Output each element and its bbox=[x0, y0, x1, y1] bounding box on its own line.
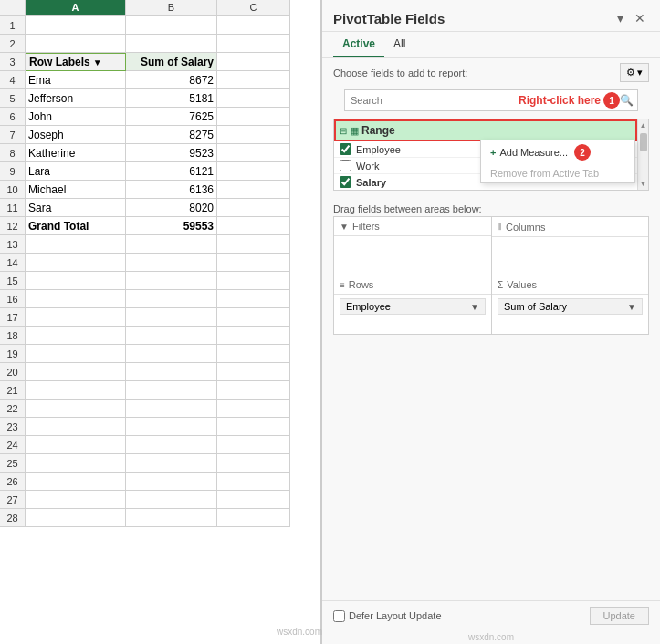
defer-text: Defer Layout Update bbox=[349, 610, 442, 621]
table-row: 19 bbox=[0, 345, 320, 363]
annotation-circle-1: 1 bbox=[603, 92, 620, 109]
scroll-thumb[interactable] bbox=[640, 133, 647, 151]
values-icon: Σ bbox=[498, 280, 503, 290]
table-row: 17 bbox=[0, 308, 320, 327]
table-row: 5 Jefferson 5181 bbox=[0, 89, 320, 108]
table-row: 24 bbox=[0, 436, 320, 454]
pivot-panel-chevron-button[interactable]: ▾ bbox=[613, 9, 627, 27]
cell-11a[interactable]: Sara bbox=[26, 199, 126, 217]
cell-5b[interactable]: 5181 bbox=[126, 89, 217, 108]
field-list-scrollbar[interactable]: ▲ ▼ bbox=[637, 119, 648, 190]
cell-4b[interactable]: 8672 bbox=[126, 71, 217, 89]
tab-all[interactable]: All bbox=[384, 32, 414, 57]
table-row: 14 bbox=[0, 254, 320, 272]
cell-7a[interactable]: Joseph bbox=[26, 126, 126, 144]
field-checkbox-work[interactable] bbox=[340, 160, 351, 171]
drag-zone-rows[interactable]: ≡ Rows Employee ▼ bbox=[333, 275, 491, 335]
update-button[interactable]: Update bbox=[590, 607, 649, 625]
context-menu-add-measure[interactable]: + Add Measure... 2 bbox=[481, 140, 634, 164]
cell-9b[interactable]: 6121 bbox=[126, 162, 217, 181]
scroll-up-arrow[interactable]: ▲ bbox=[638, 119, 649, 131]
cell-8c[interactable] bbox=[217, 144, 290, 162]
cell-1b[interactable] bbox=[126, 16, 217, 35]
row-num: 12 bbox=[0, 217, 26, 235]
cell-11c[interactable] bbox=[217, 199, 290, 217]
table-row: 22 bbox=[0, 400, 320, 418]
cell-7c[interactable] bbox=[217, 126, 290, 144]
drag-zone-filters[interactable]: ▼ Filters bbox=[333, 216, 491, 275]
tab-active[interactable]: Active bbox=[333, 32, 384, 57]
row-labels-text: Row Labels bbox=[29, 56, 90, 68]
row-num: 2 bbox=[0, 35, 26, 53]
cell-8b[interactable]: 9523 bbox=[126, 144, 217, 162]
cell-3c[interactable] bbox=[217, 53, 290, 71]
cell-10c[interactable] bbox=[217, 181, 290, 199]
values-chip-salary[interactable]: Sum of Salary ▼ bbox=[498, 298, 643, 315]
row-num: 4 bbox=[0, 71, 26, 89]
settings-button[interactable]: ⚙ ▾ bbox=[620, 63, 649, 82]
cell-2c[interactable] bbox=[217, 35, 290, 53]
sum-salary-header[interactable]: Sum of Salary bbox=[126, 53, 217, 71]
cell-6b[interactable]: 7625 bbox=[126, 108, 217, 126]
expand-icon: ⊟ bbox=[340, 126, 347, 136]
row-num: 6 bbox=[0, 108, 26, 126]
cell-4a[interactable]: Ema bbox=[26, 71, 126, 89]
defer-label-container: Defer Layout Update bbox=[333, 610, 442, 622]
table-row: 3 Row Labels ▼ Sum of Salary bbox=[0, 53, 320, 71]
col-header-b: B bbox=[126, 0, 217, 16]
cell-6c[interactable] bbox=[217, 108, 290, 126]
table-row: 15 bbox=[0, 272, 320, 290]
drag-zone-values-header: Σ Values bbox=[492, 275, 648, 295]
spreadsheet: A B C 1 2 3 Row Labels ▼ Sum of Salary 4… bbox=[0, 0, 321, 644]
cell-1c[interactable] bbox=[217, 16, 290, 35]
search-icon-button[interactable]: 🔍 bbox=[620, 94, 634, 107]
field-checkbox-employee[interactable] bbox=[340, 143, 351, 155]
settings-dropdown-icon: ▾ bbox=[637, 67, 643, 78]
cell-9a[interactable]: Lara bbox=[26, 162, 126, 181]
context-menu: + Add Measure... 2 Remove from Active Ta… bbox=[480, 140, 635, 183]
cell-10a[interactable]: Michael bbox=[26, 181, 126, 199]
cell-9c[interactable] bbox=[217, 162, 290, 181]
dropdown-icon[interactable]: ▼ bbox=[93, 57, 102, 68]
table-row: 12 Grand Total 59553 bbox=[0, 217, 320, 235]
cell-12a[interactable]: Grand Total bbox=[26, 217, 126, 235]
add-measure-label: Add Measure... bbox=[499, 147, 568, 158]
field-group-range[interactable]: ⊟ ▦ Range + Add Measure... 2 Remove bbox=[334, 119, 637, 141]
values-chip-arrow[interactable]: ▼ bbox=[627, 302, 636, 312]
cell-8a[interactable]: Katherine bbox=[26, 144, 126, 162]
table-row: 23 bbox=[0, 418, 320, 436]
drag-zone-columns[interactable]: ⫴ Columns bbox=[491, 216, 649, 275]
defer-checkbox[interactable] bbox=[333, 610, 345, 622]
row-num: 9 bbox=[0, 162, 26, 181]
table-row: 4 Ema 8672 bbox=[0, 71, 320, 89]
cell-5c[interactable] bbox=[217, 89, 290, 108]
drag-zone-values[interactable]: Σ Values Sum of Salary ▼ bbox=[491, 275, 649, 335]
values-content: Sum of Salary ▼ bbox=[492, 295, 648, 320]
field-checkbox-salary[interactable] bbox=[340, 176, 351, 188]
table-row: 21 bbox=[0, 381, 320, 400]
search-row: Right-click here 1 🔍 bbox=[344, 89, 638, 111]
cell-1a[interactable] bbox=[26, 16, 126, 35]
cell-6a[interactable]: John bbox=[26, 108, 126, 126]
cell-2a[interactable] bbox=[26, 35, 126, 53]
rows-chip-employee[interactable]: Employee ▼ bbox=[340, 298, 486, 315]
cell-12b[interactable]: 59553 bbox=[126, 217, 217, 235]
cell-5a[interactable]: Jefferson bbox=[26, 89, 126, 108]
cell-2b[interactable] bbox=[126, 35, 217, 53]
choose-fields-label: Choose fields to add to report: bbox=[333, 68, 467, 78]
row-num: 5 bbox=[0, 89, 26, 108]
row-num: 11 bbox=[0, 199, 26, 217]
pivot-panel-close-button[interactable]: ✕ bbox=[631, 9, 649, 27]
row-labels-header[interactable]: Row Labels ▼ bbox=[26, 53, 126, 71]
cell-10b[interactable]: 6136 bbox=[126, 181, 217, 199]
filters-label: Filters bbox=[352, 221, 380, 232]
scroll-down-arrow[interactable]: ▼ bbox=[638, 178, 649, 190]
rows-content: Employee ▼ bbox=[334, 295, 491, 320]
cell-11b[interactable]: 8020 bbox=[126, 199, 217, 217]
rows-chip-arrow[interactable]: ▼ bbox=[470, 302, 479, 312]
search-input[interactable] bbox=[349, 93, 519, 108]
cell-12c[interactable] bbox=[217, 217, 290, 235]
cell-4c[interactable] bbox=[217, 71, 290, 89]
field-list: ⊟ ▦ Range + Add Measure... 2 Remove bbox=[334, 119, 637, 190]
cell-7b[interactable]: 8275 bbox=[126, 126, 217, 144]
